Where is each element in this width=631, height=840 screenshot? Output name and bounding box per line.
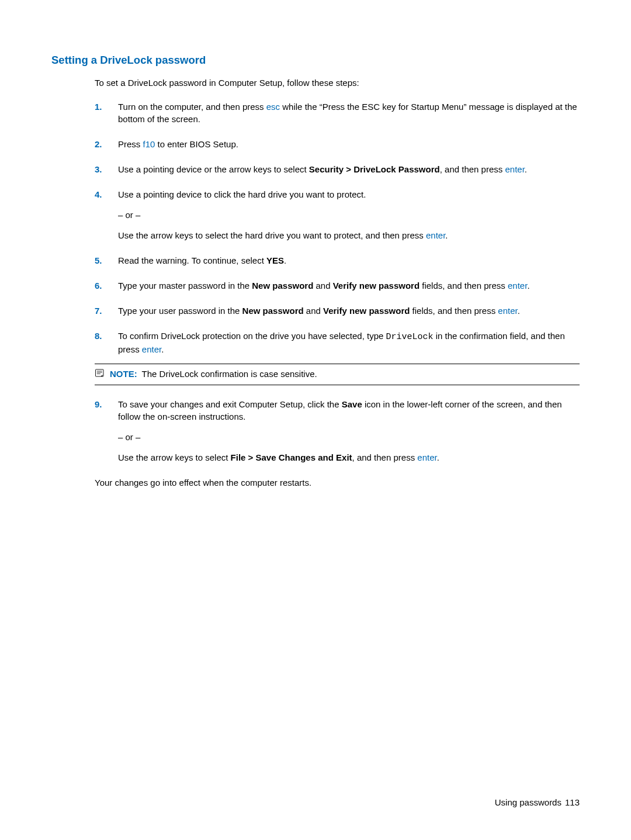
- step-text: Press: [118, 139, 143, 149]
- footer-section: Using passwords: [495, 797, 561, 807]
- step-text: Use a pointing device or the arrow keys …: [118, 164, 309, 174]
- closing-text: Your changes go into effect when the com…: [95, 476, 580, 489]
- section-heading: Setting a DriveLock password: [51, 54, 580, 67]
- menu-path: File > Save Changes and Exit: [231, 452, 352, 462]
- step-text: and: [304, 306, 323, 316]
- f10-key: f10: [143, 139, 155, 149]
- step-text: Turn on the computer, and then press: [118, 102, 266, 112]
- step-1: 1. Turn on the computer, and then press …: [95, 101, 580, 125]
- step-text: .: [437, 452, 439, 462]
- step-number: 8.: [95, 330, 102, 342]
- note-icon: [95, 368, 105, 378]
- step-text: and: [313, 281, 332, 291]
- step-9: 9. To save your changes and exit Compute…: [95, 398, 580, 464]
- step-8: 8. To confirm DriveLock protection on th…: [95, 330, 580, 385]
- field-name: Verify new password: [333, 281, 419, 291]
- intro-text: To set a DriveLock password in Computer …: [95, 77, 580, 89]
- step-number: 6.: [95, 279, 102, 292]
- page-number: 113: [565, 797, 580, 807]
- step-text: .: [518, 306, 520, 316]
- note-text: The DriveLock confirmation is case sensi…: [142, 369, 317, 379]
- step-4: 4. Use a pointing device to click the ha…: [95, 188, 580, 241]
- literal-text: DriveLock: [386, 332, 434, 342]
- esc-key: esc: [266, 102, 280, 112]
- enter-key: enter: [508, 281, 527, 291]
- step-number: 5.: [95, 254, 102, 267]
- enter-key: enter: [142, 344, 161, 354]
- page-container: Setting a DriveLock password To set a Dr…: [0, 0, 631, 840]
- step-alt-text: Use the arrow keys to select the hard dr…: [118, 229, 580, 241]
- step-text: Use the arrow keys to select: [118, 452, 231, 462]
- page-footer: Using passwords113: [495, 797, 580, 807]
- step-text: , and then press: [440, 164, 505, 174]
- field-name: New password: [252, 281, 313, 291]
- field-name: New password: [242, 306, 304, 316]
- step-text: , and then press: [352, 452, 418, 462]
- step-text: To confirm DriveLock protection on the d…: [118, 331, 386, 341]
- step-text: .: [527, 281, 529, 291]
- step-number: 2.: [95, 138, 102, 150]
- step-3: 3. Use a pointing device or the arrow ke…: [95, 163, 580, 175]
- enter-key: enter: [417, 452, 436, 462]
- note-label: NOTE:: [110, 369, 137, 379]
- step-6: 6. Type your master password in the New …: [95, 279, 580, 292]
- step-text: fields, and then press: [410, 306, 498, 316]
- step-number: 3.: [95, 163, 102, 175]
- step-text: Use a pointing device to click the hard …: [118, 189, 366, 199]
- note-content: NOTE: The DriveLock confirmation is case…: [110, 368, 317, 380]
- step-text: .: [525, 164, 527, 174]
- step-2: 2. Press f10 to enter BIOS Setup.: [95, 138, 580, 150]
- save-icon-name: Save: [342, 399, 362, 409]
- note-block: NOTE: The DriveLock confirmation is case…: [95, 364, 580, 385]
- steps-list: 1. Turn on the computer, and then press …: [95, 101, 580, 464]
- menu-path: Security > DriveLock Password: [309, 164, 440, 174]
- yes-option: YES: [266, 255, 284, 265]
- or-text: – or –: [118, 431, 580, 443]
- step-5: 5. Read the warning. To continue, select…: [95, 254, 580, 267]
- step-alt-text: Use the arrow keys to select File > Save…: [118, 451, 580, 464]
- step-text: .: [161, 344, 164, 354]
- step-7: 7. Type your user password in the New pa…: [95, 305, 580, 317]
- enter-key: enter: [498, 306, 517, 316]
- step-text: fields, and then press: [419, 281, 508, 291]
- step-number: 7.: [95, 305, 102, 317]
- step-text: .: [445, 230, 448, 240]
- step-text: Read the warning. To continue, select: [118, 255, 266, 265]
- step-text: Use the arrow keys to select the hard dr…: [118, 230, 426, 240]
- step-text: Type your master password in the: [118, 281, 252, 291]
- step-number: 4.: [95, 188, 102, 201]
- field-name: Verify new password: [323, 306, 410, 316]
- step-text: .: [284, 255, 286, 265]
- enter-key: enter: [426, 230, 445, 240]
- step-text: To save your changes and exit Computer S…: [118, 399, 342, 409]
- step-number: 9.: [95, 398, 102, 410]
- enter-key: enter: [505, 164, 524, 174]
- step-text: to enter BIOS Setup.: [155, 139, 238, 149]
- step-number: 1.: [95, 101, 102, 113]
- or-text: – or –: [118, 209, 580, 221]
- step-text: Type your user password in the: [118, 306, 242, 316]
